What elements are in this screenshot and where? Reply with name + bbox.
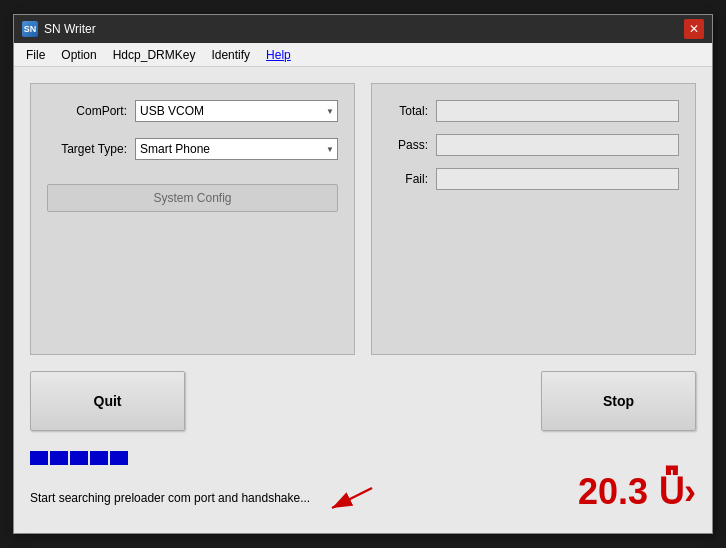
buttons-row: Quit Stop (30, 367, 696, 435)
main-area: ComPort: USB VCOM Target Type: Smart Pho… (30, 83, 696, 355)
quit-button[interactable]: Quit (30, 371, 185, 431)
menu-hdcp[interactable]: Hdcp_DRMKey (105, 46, 204, 64)
comport-select[interactable]: USB VCOM (135, 100, 338, 122)
target-type-select-wrapper: Smart Phone (135, 138, 338, 160)
target-type-row: Target Type: Smart Phone (47, 138, 338, 160)
svg-line-1 (332, 488, 372, 508)
menu-identify[interactable]: Identify (203, 46, 258, 64)
pass-row: Pass: (388, 134, 679, 156)
fail-input[interactable] (436, 168, 679, 190)
total-row: Total: (388, 100, 679, 122)
main-window: SN SN Writer ✕ File Option Hdcp_DRMKey I… (13, 14, 713, 534)
left-panel: ComPort: USB VCOM Target Type: Smart Pho… (30, 83, 355, 355)
progress-block-5 (110, 451, 128, 465)
comport-row: ComPort: USB VCOM (47, 100, 338, 122)
status-message: Start searching preloader com port and h… (30, 491, 310, 505)
title-bar-left: SN SN Writer (22, 21, 96, 37)
total-label: Total: (388, 104, 428, 118)
menu-file[interactable]: File (18, 46, 53, 64)
pass-input[interactable] (436, 134, 679, 156)
status-text-area: Start searching preloader com port and h… (30, 483, 382, 513)
pass-label: Pass: (388, 138, 428, 152)
total-input[interactable] (436, 100, 679, 122)
fail-row: Fail: (388, 168, 679, 190)
comport-select-wrapper: USB VCOM (135, 100, 338, 122)
progress-blocks (30, 451, 696, 465)
status-area: Start searching preloader com port and h… (30, 471, 696, 513)
system-config-button[interactable]: System Config (47, 184, 338, 212)
fail-label: Fail: (388, 172, 428, 186)
comport-label: ComPort: (47, 104, 127, 118)
content-area: ComPort: USB VCOM Target Type: Smart Pho… (14, 67, 712, 533)
target-type-select[interactable]: Smart Phone (135, 138, 338, 160)
menu-bar: File Option Hdcp_DRMKey Identify Help (14, 43, 712, 67)
title-bar: SN SN Writer ✕ (14, 15, 712, 43)
arrow-icon (322, 483, 382, 513)
progress-block-1 (30, 451, 48, 465)
progress-block-3 (70, 451, 88, 465)
menu-option[interactable]: Option (53, 46, 104, 64)
version-display: 20.3 Ǖ› (578, 471, 696, 513)
right-panel: Total: Pass: Fail: (371, 83, 696, 355)
close-button[interactable]: ✕ (684, 19, 704, 39)
app-icon: SN (22, 21, 38, 37)
stop-button[interactable]: Stop (541, 371, 696, 431)
menu-help[interactable]: Help (258, 46, 299, 64)
target-type-label: Target Type: (47, 142, 127, 156)
progress-area: Start searching preloader com port and h… (30, 447, 696, 517)
progress-block-2 (50, 451, 68, 465)
progress-block-4 (90, 451, 108, 465)
window-title: SN Writer (44, 22, 96, 36)
